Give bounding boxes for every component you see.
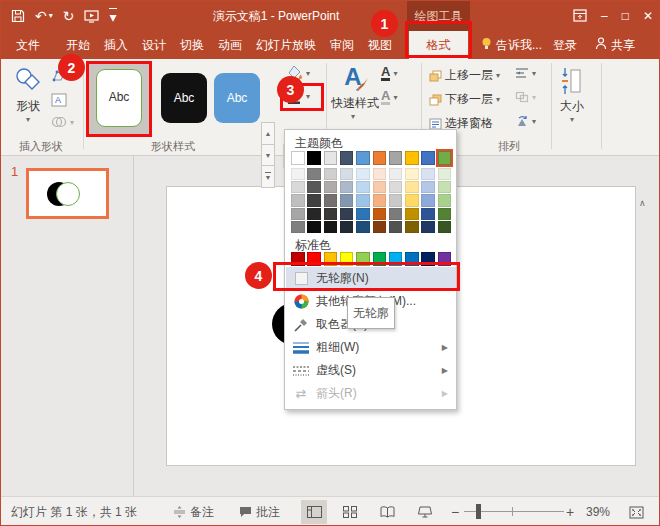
theme-variant-swatch[interactable]: [389, 181, 403, 193]
collapse-ribbon-icon[interactable]: ∧: [639, 198, 646, 208]
tab-3[interactable]: 设计: [135, 31, 173, 59]
undo-dropdown-icon[interactable]: ▾: [49, 12, 53, 20]
text-fill-button[interactable]: A ▾: [381, 65, 397, 81]
comments-button[interactable]: 批注: [239, 497, 280, 526]
theme-variant-swatch[interactable]: [307, 194, 321, 206]
theme-variant-swatch[interactable]: [405, 221, 419, 233]
merge-shapes-button[interactable]: ▾: [51, 115, 74, 129]
theme-variant-swatch[interactable]: [307, 181, 321, 193]
theme-variant-swatch[interactable]: [291, 194, 305, 206]
theme-variant-swatch[interactable]: [324, 194, 338, 206]
theme-variant-swatch[interactable]: [324, 208, 338, 220]
theme-variant-swatch[interactable]: [405, 181, 419, 193]
theme-variant-swatch[interactable]: [291, 181, 305, 193]
theme-variant-swatch[interactable]: [340, 221, 354, 233]
share-button[interactable]: 共享: [595, 31, 635, 59]
theme-variant-swatch[interactable]: [307, 221, 321, 233]
redo-button[interactable]: ↻: [63, 9, 75, 23]
theme-variant-swatch[interactable]: [438, 194, 452, 206]
theme-variant-swatch[interactable]: [438, 221, 452, 233]
text-box-button[interactable]: A: [51, 93, 67, 107]
menu-item-weight[interactable]: 粗细(W) ▶: [286, 336, 456, 359]
tab-6[interactable]: 幻灯片放映: [249, 31, 323, 59]
zoom-slider-handle[interactable]: [476, 504, 481, 519]
gallery-up-icon[interactable]: ▲: [262, 123, 274, 145]
theme-variant-swatch[interactable]: [405, 194, 419, 206]
theme-variant-swatch[interactable]: [421, 181, 435, 193]
theme-variant-swatch[interactable]: [373, 168, 387, 180]
theme-variant-swatch[interactable]: [438, 181, 452, 193]
theme-color-swatch[interactable]: [356, 151, 370, 165]
theme-color-swatch[interactable]: [340, 151, 354, 165]
theme-variant-swatch[interactable]: [324, 181, 338, 193]
rotate-button[interactable]: ▾: [515, 115, 536, 127]
theme-variant-swatch[interactable]: [389, 208, 403, 220]
theme-variant-swatch[interactable]: [421, 168, 435, 180]
fit-to-window-button[interactable]: [623, 500, 649, 524]
theme-variant-swatch[interactable]: [389, 221, 403, 233]
theme-variant-swatch[interactable]: [438, 208, 452, 220]
tab-5[interactable]: 动画: [211, 31, 249, 59]
zoom-level[interactable]: 39%: [586, 497, 610, 526]
theme-variant-swatch[interactable]: [307, 168, 321, 180]
theme-color-swatch[interactable]: [389, 151, 403, 165]
zoom-in-button[interactable]: +: [566, 497, 574, 526]
notes-button[interactable]: 备注: [173, 497, 214, 526]
theme-variant-swatch[interactable]: [373, 221, 387, 233]
tab-2[interactable]: 插入: [97, 31, 135, 59]
theme-variant-swatch[interactable]: [356, 194, 370, 206]
save-icon[interactable]: [11, 9, 25, 23]
theme-color-swatch[interactable]: [291, 151, 305, 165]
theme-variant-swatch[interactable]: [340, 168, 354, 180]
theme-variant-swatch[interactable]: [340, 181, 354, 193]
theme-variant-swatch[interactable]: [405, 168, 419, 180]
theme-variant-swatch[interactable]: [438, 168, 452, 180]
theme-color-swatch[interactable]: [438, 151, 452, 165]
theme-variant-swatch[interactable]: [356, 208, 370, 220]
ribbon-display-options-icon[interactable]: [573, 9, 587, 24]
bring-forward-button[interactable]: 上移一层 ▾: [429, 67, 500, 84]
group-button[interactable]: ▾: [515, 91, 536, 103]
size-button[interactable]: 大小 ▾: [557, 67, 587, 124]
theme-color-swatch[interactable]: [421, 151, 435, 165]
theme-variant-swatch[interactable]: [291, 221, 305, 233]
theme-variant-swatch[interactable]: [340, 208, 354, 220]
reading-view-button[interactable]: [374, 500, 400, 524]
theme-variant-swatch[interactable]: [373, 208, 387, 220]
theme-variant-swatch[interactable]: [324, 168, 338, 180]
theme-variant-swatch[interactable]: [307, 208, 321, 220]
theme-color-swatch[interactable]: [307, 151, 321, 165]
theme-variant-swatch[interactable]: [324, 221, 338, 233]
theme-color-swatch[interactable]: [405, 151, 419, 165]
maximize-button[interactable]: □: [622, 10, 629, 22]
theme-variant-swatch[interactable]: [389, 194, 403, 206]
tab-4[interactable]: 切换: [173, 31, 211, 59]
close-button[interactable]: ✕: [643, 10, 653, 22]
minimize-button[interactable]: –: [601, 10, 608, 22]
theme-variant-swatch[interactable]: [373, 181, 387, 193]
theme-variant-swatch[interactable]: [356, 168, 370, 180]
customize-qat-icon[interactable]: ▾: [109, 8, 116, 24]
sign-in-button[interactable]: 登录: [553, 31, 577, 59]
slide-sorter-view-button[interactable]: [337, 500, 363, 524]
text-outline-button[interactable]: A ▾: [381, 89, 397, 105]
theme-variant-swatch[interactable]: [421, 194, 435, 206]
menu-item-dashes[interactable]: 虚线(S) ▶: [286, 359, 456, 382]
theme-variant-swatch[interactable]: [405, 208, 419, 220]
gallery-more-icon[interactable]: ▼: [262, 166, 274, 187]
slideshow-view-button[interactable]: [412, 500, 438, 524]
theme-variant-swatch[interactable]: [421, 221, 435, 233]
theme-variant-swatch[interactable]: [373, 194, 387, 206]
slide-thumbnail[interactable]: [26, 168, 109, 219]
shapes-button[interactable]: 形状 ▾: [11, 67, 45, 124]
tell-me-button[interactable]: 告诉我...: [481, 31, 542, 59]
shape-style-chip-3[interactable]: Abc: [214, 73, 260, 123]
theme-variant-swatch[interactable]: [389, 168, 403, 180]
tab-0[interactable]: 文件: [9, 31, 47, 59]
theme-variant-swatch[interactable]: [356, 181, 370, 193]
tab-7[interactable]: 审阅: [323, 31, 361, 59]
theme-variant-swatch[interactable]: [356, 221, 370, 233]
theme-variant-swatch[interactable]: [291, 168, 305, 180]
undo-button[interactable]: ↶▾: [35, 9, 53, 23]
theme-variant-swatch[interactable]: [421, 208, 435, 220]
